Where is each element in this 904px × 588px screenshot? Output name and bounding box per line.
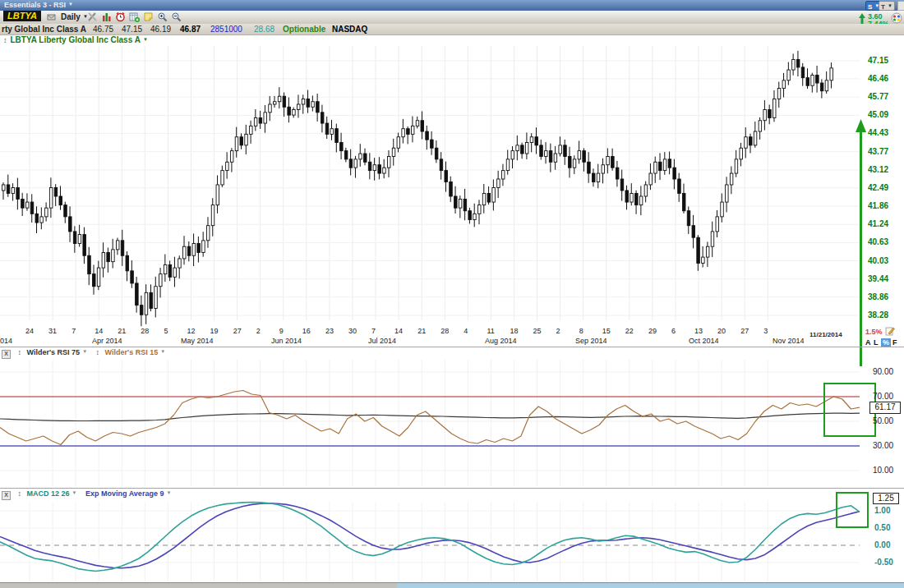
chevron-down-icon: ▼ <box>888 3 892 8</box>
layout-selector[interactable]: Essentials 3 - RSI▼ <box>4 1 73 9</box>
drag-handle-icon[interactable]: ↕ <box>18 489 22 498</box>
chevron-down-icon: ▼ <box>160 349 165 354</box>
edit-grid-icon[interactable] <box>885 326 895 336</box>
charts-canvas[interactable] <box>0 0 904 588</box>
palette-icon[interactable] <box>891 12 902 24</box>
layout-title: Essentials 3 - RSI <box>4 1 66 9</box>
annotation-box-macd[interactable] <box>837 493 868 527</box>
quote-last: 46.87 <box>180 25 201 34</box>
ema-line[interactable] <box>0 503 860 568</box>
drag-handle-icon[interactable]: ↕ <box>3 36 7 44</box>
zoom-out-icon[interactable] <box>171 11 182 22</box>
quote-optionable: Optionable <box>283 25 325 34</box>
chevron-down-icon: ▼ <box>68 2 73 7</box>
quote-low: 46.19 <box>150 25 171 34</box>
zoom-in-icon[interactable] <box>157 11 168 22</box>
titlebar: Essentials 3 - RSI▼ S▼ T▼ <box>0 0 904 11</box>
scrollbar-track-left[interactable] <box>0 583 397 588</box>
macd-plot[interactable] <box>0 503 860 572</box>
period-selector[interactable]: Daily▼ <box>61 12 88 21</box>
quote-open: 46.75 <box>93 25 113 34</box>
quote-name: rty Global Inc Class A <box>2 25 86 34</box>
macd-panel-header: X ↕ MACD 12 26▼ Exp Moving Average 9▼ <box>2 489 171 499</box>
quote-exchange: NASDAQ <box>332 25 367 34</box>
close-icon[interactable]: X <box>2 491 11 500</box>
macd-current-value: 1.25 <box>873 493 899 504</box>
annotation-box-rsi[interactable] <box>824 384 875 436</box>
chevron-down-icon: ▼ <box>143 37 148 42</box>
annotations[interactable] <box>824 119 875 527</box>
candles-group[interactable] <box>2 51 833 326</box>
chevron-down-icon: ▼ <box>82 349 87 354</box>
annotation-arrowhead[interactable] <box>856 119 866 132</box>
rsi-panel-header: X ↕ Wilder's RSI 75▼ ↕ Wilder's RSI 15▼ <box>2 348 165 358</box>
rsi75-line[interactable] <box>0 413 860 420</box>
ema-indicator-label[interactable]: Exp Moving Average 9▼ <box>85 489 171 498</box>
chevron-down-icon: ▼ <box>166 490 171 495</box>
macd-indicator-label[interactable]: MACD 12 26▼ <box>27 489 77 498</box>
note-icon[interactable] <box>143 11 154 22</box>
scale-percent-button[interactable]: % <box>881 338 891 347</box>
scale-arith-button[interactable]: A <box>865 338 871 347</box>
rsi-plot[interactable] <box>0 391 860 447</box>
bar-chart-icon[interactable] <box>101 11 112 22</box>
panel-separator[interactable] <box>0 488 904 489</box>
quote-row: rty Global Inc Class A 46.75 47.15 46.19… <box>0 24 904 35</box>
macd-line[interactable] <box>0 503 860 572</box>
quote-volume: 2851000 <box>210 25 242 34</box>
window-control[interactable] <box>897 1 904 11</box>
template-button[interactable]: T▼ <box>879 1 895 11</box>
app-window: Essentials 3 - RSI▼ S▼ T▼ LBTYA Daily▼ 3… <box>0 0 904 588</box>
rsi-current-value: 61.17 <box>869 402 901 414</box>
grid-percent-label: 1.5% <box>865 328 883 336</box>
quote-pe: 28.68 <box>254 25 274 34</box>
scale-fixed-button[interactable]: F <box>892 338 897 347</box>
alarm-icon[interactable] <box>115 11 126 22</box>
drag-handle-icon[interactable]: ↕ <box>18 348 22 356</box>
add-study-icon[interactable] <box>129 11 140 22</box>
chevron-down-icon: ▼ <box>72 490 77 495</box>
panel-separator[interactable] <box>0 347 904 347</box>
rsi75-indicator-label[interactable]: Wilder's RSI 75▼ <box>27 348 88 356</box>
quote-high: 47.15 <box>122 25 142 34</box>
rsi15-indicator-label[interactable]: Wilder's RSI 15▼ <box>105 348 166 356</box>
symbol-chip[interactable]: LBTYA <box>3 11 41 21</box>
drag-handle-icon[interactable]: ↕ <box>96 348 100 356</box>
close-icon[interactable]: X <box>2 350 11 359</box>
tools-icon[interactable] <box>87 11 98 22</box>
send-icon[interactable] <box>46 11 57 22</box>
toolbar: LBTYA Daily▼ <box>0 11 904 25</box>
rsi15-line[interactable] <box>0 391 860 445</box>
chart-title-bar[interactable]: ↕LBTYA Liberty Global Inc Class A▼ <box>3 35 148 45</box>
gridlines <box>0 46 860 581</box>
chart-title: LBTYA Liberty Global Inc Class A <box>11 35 141 44</box>
scale-log-button[interactable]: L <box>874 338 879 347</box>
scrollbar-thumb[interactable] <box>397 583 904 588</box>
h-scrollbar[interactable] <box>0 583 904 588</box>
